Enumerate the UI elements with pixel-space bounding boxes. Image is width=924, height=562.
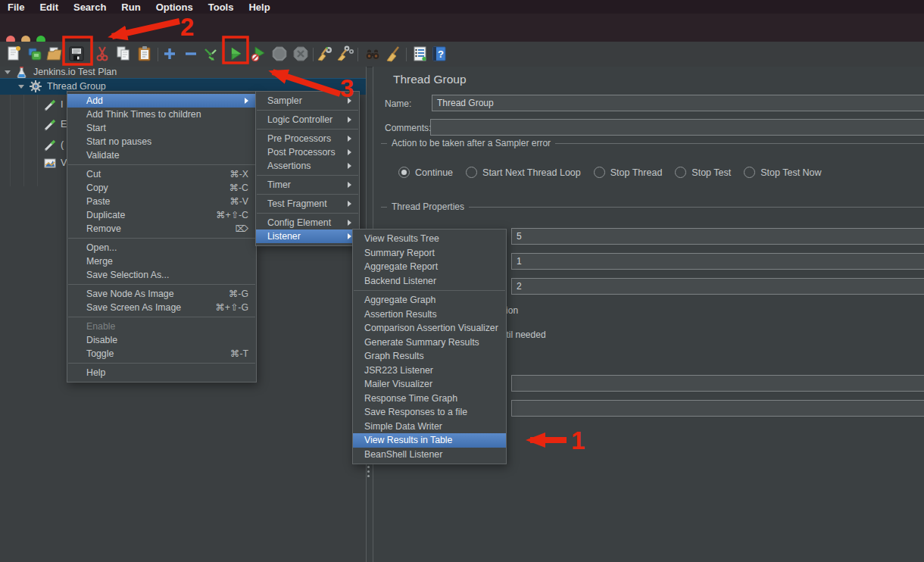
menu-item-assertion-results[interactable]: Assertion Results <box>353 308 506 322</box>
menu-item-open[interactable]: Open... <box>67 241 256 254</box>
menu-item-remove[interactable]: Remove⌦ <box>67 222 256 236</box>
stop-icon[interactable] <box>270 45 289 63</box>
radio-circle-icon <box>466 167 477 178</box>
menu-item-cut[interactable]: Cut⌘-X <box>67 167 256 181</box>
menu-item-pre-processors[interactable]: Pre Processors <box>256 132 359 145</box>
new-file-icon[interactable] <box>5 45 23 63</box>
radio-stop-test-now[interactable]: Stop Test Now <box>744 167 821 178</box>
menu-item-save-selection-as[interactable]: Save Selection As... <box>67 268 256 282</box>
menu-item-aggregate-report[interactable]: Aggregate Report <box>353 260 506 274</box>
menu-item-comparison-assertion-visualizer[interactable]: Comparison Assertion Visualizer <box>353 321 506 336</box>
radio-continue[interactable]: Continue <box>398 167 453 178</box>
menu-item-save-screen-as-image[interactable]: Save Screen As Image⌘+⇧-G <box>67 301 256 314</box>
menubar-item-edit[interactable]: Edit <box>39 2 58 13</box>
menu-item-response-time-graph[interactable]: Response Time Graph <box>353 392 506 406</box>
save-icon[interactable] <box>67 45 86 63</box>
macos-menubar: FileEditSearchRunOptionsToolsHelp <box>0 0 924 14</box>
menu-item-assertions[interactable]: Assertions <box>256 159 359 173</box>
splitter-grip-icon[interactable] <box>367 466 370 477</box>
name-input[interactable]: Thread Group <box>432 95 924 111</box>
window-titlebar <box>0 14 924 42</box>
menu-item-toggle[interactable]: Toggle⌘-T <box>67 347 256 361</box>
startup-delay-input[interactable] <box>511 400 924 417</box>
shutdown-icon[interactable] <box>292 45 310 63</box>
start-no-pauses-icon[interactable] <box>249 45 267 63</box>
menu-shortcut: ⌘-T <box>230 348 248 359</box>
search-icon[interactable] <box>364 45 382 63</box>
cut-icon[interactable] <box>93 45 111 63</box>
menu-item-merge[interactable]: Merge <box>67 254 256 268</box>
menubar-item-search[interactable]: Search <box>73 2 106 13</box>
menu-item-label: Validate <box>86 150 248 161</box>
menu-item-view-results-in-table[interactable]: View Results in Table <box>353 433 506 448</box>
menu-item-enable[interactable]: Enable <box>67 320 256 333</box>
menu-item-post-processors[interactable]: Post Processors <box>256 145 359 159</box>
menu-item-label: View Results in Table <box>364 435 498 445</box>
menu-item-simple-data-writer[interactable]: Simple Data Writer <box>353 420 506 434</box>
radio-stop-test[interactable]: Stop Test <box>675 167 731 178</box>
menu-item-config-element[interactable]: Config Element <box>256 216 359 229</box>
thread-group-gear-icon <box>29 80 42 93</box>
menubar-item-file[interactable]: File <box>8 2 24 13</box>
menu-item-summary-report[interactable]: Summary Report <box>353 246 506 261</box>
menu-item-copy[interactable]: Copy⌘-C <box>67 181 256 195</box>
menu-item-jsr223-listener[interactable]: JSR223 Listener <box>353 364 506 378</box>
menu-item-add[interactable]: Add <box>67 94 256 108</box>
clear-icon[interactable] <box>316 45 334 63</box>
number-of-threads-input[interactable]: 5 <box>511 228 924 245</box>
clear-all-icon[interactable] <box>336 45 354 63</box>
menu-item-listener[interactable]: Listener <box>256 229 359 243</box>
menu-item-mailer-visualizer[interactable]: Mailer Visualizer <box>353 377 506 392</box>
menu-item-paste[interactable]: Paste⌘-V <box>67 195 256 208</box>
menu-item-disable[interactable]: Disable <box>67 333 256 347</box>
loop-count-input[interactable]: 2 <box>511 278 924 295</box>
menubar-item-run[interactable]: Run <box>121 2 140 13</box>
menubar-item-help[interactable]: Help <box>248 2 270 13</box>
menu-separator <box>68 317 255 317</box>
menu-item-beanshell-listener[interactable]: BeanShell Listener <box>353 448 506 462</box>
duration-input[interactable] <box>511 375 924 392</box>
menu-item-label: Aggregate Graph <box>364 295 498 305</box>
menu-item-timer[interactable]: Timer <box>256 178 359 192</box>
collapse-all-icon[interactable] <box>182 45 200 63</box>
menu-item-add-think-times-to-children[interactable]: Add Think Times to children <box>67 108 256 121</box>
menubar-item-tools[interactable]: Tools <box>208 2 234 13</box>
menu-item-start[interactable]: Start <box>67 121 256 135</box>
ramp-up-period-input[interactable]: 1 <box>511 253 924 270</box>
menu-item-graph-results[interactable]: Graph Results <box>353 349 506 364</box>
menu-item-logic-controller[interactable]: Logic Controller <box>256 113 359 126</box>
paste-icon[interactable] <box>136 45 154 63</box>
menu-item-backend-listener[interactable]: Backend Listener <box>353 274 506 289</box>
menu-item-generate-summary-results[interactable]: Generate Summary Results <box>353 336 506 350</box>
menu-item-save-node-as-image[interactable]: Save Node As Image⌘-G <box>67 287 256 301</box>
menu-item-start-no-pauses[interactable]: Start no pauses <box>67 135 256 148</box>
collapse-arrow-icon[interactable] <box>18 85 24 89</box>
menu-separator <box>257 213 358 214</box>
radio-start-next-thread-loop[interactable]: Start Next Thread Loop <box>466 167 581 178</box>
help-icon[interactable]: ? <box>430 45 448 63</box>
templates-icon[interactable] <box>26 45 44 63</box>
toggle-icon[interactable] <box>201 45 220 63</box>
collapse-arrow-icon[interactable] <box>5 70 11 74</box>
start-icon[interactable] <box>226 45 245 63</box>
menubar-item-options[interactable]: Options <box>156 2 193 13</box>
menu-item-sampler[interactable]: Sampler <box>256 94 359 108</box>
menu-item-help[interactable]: Help <box>67 366 256 379</box>
toolbar-separator <box>313 48 314 61</box>
menu-item-save-responses-to-a-file[interactable]: Save Responses to a file <box>353 405 506 420</box>
sampler-pencil-icon <box>43 138 57 151</box>
radio-stop-thread[interactable]: Stop Thread <box>594 167 663 178</box>
menu-item-aggregate-graph[interactable]: Aggregate Graph <box>353 293 506 308</box>
copy-icon[interactable] <box>114 45 133 63</box>
menu-item-label: Save Responses to a file <box>364 407 498 417</box>
search-reset-icon[interactable] <box>385 45 403 63</box>
open-icon[interactable] <box>45 45 64 63</box>
comments-input[interactable] <box>430 119 924 136</box>
menu-item-validate[interactable]: Validate <box>67 148 256 162</box>
menu-item-view-results-tree[interactable]: View Results Tree <box>353 232 506 246</box>
menu-item-label: JSR223 Listener <box>364 365 498 376</box>
function-helper-icon[interactable] <box>411 45 429 63</box>
menu-item-test-fragment[interactable]: Test Fragment <box>256 197 359 211</box>
menu-item-duplicate[interactable]: Duplicate⌘+⇧-C <box>67 208 256 222</box>
expand-all-icon[interactable] <box>161 45 179 63</box>
